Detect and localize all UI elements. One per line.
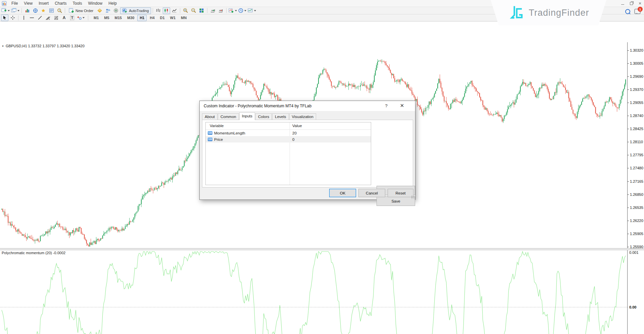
inputs-tab-page: Variable Value 123MomentumLength20123Pri… xyxy=(202,120,413,187)
strategy-tester-icon xyxy=(57,8,62,13)
ok-button[interactable]: OK xyxy=(329,189,356,197)
panel-divider[interactable] xyxy=(0,248,644,250)
timeframe-m15[interactable]: M15 xyxy=(112,15,124,21)
timeframe-h1[interactable]: H1 xyxy=(137,15,147,21)
timeframe-buttons: M1M5M15M30H1H4D1W1MN xyxy=(91,15,189,21)
metaeditor-button[interactable] xyxy=(96,7,103,14)
save-button[interactable]: Save xyxy=(377,197,415,206)
menu-tools[interactable]: Tools xyxy=(70,0,85,7)
timeframe-m5[interactable]: M5 xyxy=(102,15,111,21)
timeframe-h4[interactable]: H4 xyxy=(147,15,157,21)
inputs-table[interactable]: Variable Value 123MomentumLength20123Pri… xyxy=(205,122,371,185)
price-label: 1.29690 xyxy=(630,74,643,78)
tile-windows-button[interactable] xyxy=(198,7,205,14)
price-tick xyxy=(628,181,629,182)
dialog-title-bar[interactable]: Custom Indicator - Polychromatic Momentu… xyxy=(200,101,415,111)
indicators-button[interactable] xyxy=(228,7,237,14)
dialog-close-icon[interactable]: ✕ xyxy=(399,103,405,109)
input-row-price[interactable]: 123Price0 xyxy=(206,136,371,143)
autotrading-label: AutoTrading xyxy=(129,9,149,13)
menu-charts[interactable]: Charts xyxy=(52,0,69,7)
profiles-icon xyxy=(11,8,16,13)
tab-inputs[interactable]: Inputs xyxy=(239,112,255,120)
mql5-web-button[interactable] xyxy=(112,7,119,14)
search-icon[interactable] xyxy=(625,9,630,14)
fibonacci-button[interactable]: F xyxy=(52,14,60,21)
tradingfinder-watermark: TradingFinder xyxy=(491,0,606,25)
svg-text:F: F xyxy=(57,18,58,20)
line-chart-button[interactable] xyxy=(171,7,178,14)
collapse-triangle-icon[interactable]: ▼ xyxy=(2,45,4,47)
new-chart-button[interactable] xyxy=(1,7,10,14)
navigator-button[interactable]: ★ xyxy=(40,7,47,14)
tab-colors[interactable]: Colors xyxy=(255,113,272,120)
variable-name: MomentumLength xyxy=(214,131,245,135)
terminal-button[interactable] xyxy=(48,7,55,14)
strategy-tester-button[interactable] xyxy=(56,7,63,14)
menu-help[interactable]: Help xyxy=(105,0,120,7)
reset-button[interactable]: Reset xyxy=(388,189,413,197)
restore-icon[interactable] xyxy=(629,1,633,5)
market-watch-button[interactable] xyxy=(23,7,31,14)
community-button[interactable] xyxy=(104,7,111,14)
new-order-label: New Order xyxy=(76,9,93,13)
horizontal-line-button[interactable] xyxy=(28,14,36,21)
price-label: 1.27480 xyxy=(630,166,643,170)
momentum-indicator-panel[interactable] xyxy=(0,250,627,334)
tab-levels[interactable]: Levels xyxy=(272,113,289,120)
input-row-momentumlength[interactable]: 123MomentumLength20 xyxy=(206,130,371,136)
autotrading-button[interactable]: AutoTrading xyxy=(120,7,151,14)
menu-window[interactable]: Window xyxy=(85,0,106,7)
cursor-button[interactable] xyxy=(1,14,8,21)
timeframe-m1[interactable]: M1 xyxy=(91,15,101,21)
equidistant-channel-button[interactable]: E xyxy=(44,14,52,21)
menu-insert[interactable]: Insert xyxy=(36,0,52,7)
templates-button[interactable] xyxy=(247,7,256,14)
candlestick-icon xyxy=(164,8,169,13)
toolbar-separator xyxy=(207,8,207,13)
crosshair-button[interactable] xyxy=(9,14,16,21)
price-tick xyxy=(628,116,629,116)
bar-chart-button[interactable] xyxy=(155,7,162,14)
tab-about[interactable]: About xyxy=(202,113,217,120)
chevron-down-icon xyxy=(17,10,19,11)
timeframe-mn[interactable]: MN xyxy=(179,15,189,21)
periods-button[interactable] xyxy=(238,7,247,14)
arrows-button[interactable] xyxy=(77,14,85,21)
timeframe-m30[interactable]: M30 xyxy=(125,15,137,21)
data-window-button[interactable] xyxy=(32,7,39,14)
text-button[interactable]: A xyxy=(60,14,68,21)
variable-value[interactable]: 0 xyxy=(292,137,294,142)
profiles-button[interactable] xyxy=(11,7,20,14)
tab-common[interactable]: Common xyxy=(218,113,239,120)
text-label-button[interactable]: T xyxy=(68,14,76,21)
trendline-button[interactable] xyxy=(36,14,44,21)
menu-file[interactable]: File xyxy=(8,0,21,7)
chat-icon[interactable]: 1 xyxy=(634,9,641,14)
variable-value[interactable]: 20 xyxy=(292,131,297,135)
price-label: 1.26535 xyxy=(630,206,643,210)
help-icon[interactable]: ? xyxy=(384,103,389,108)
chevron-down-icon xyxy=(235,10,237,11)
tab-visualization[interactable]: Visualization xyxy=(289,113,316,120)
vertical-line-button[interactable] xyxy=(20,14,28,21)
cancel-button[interactable]: Cancel xyxy=(358,189,385,197)
minimize-icon[interactable] xyxy=(621,1,625,5)
chart-shift-button[interactable] xyxy=(217,7,225,14)
toolbar-separator xyxy=(88,15,88,20)
timeframe-w1[interactable]: W1 xyxy=(168,15,178,21)
indicator-axis-label: 0.001 xyxy=(629,250,639,255)
auto-scroll-button[interactable] xyxy=(209,7,216,14)
timeframe-d1[interactable]: D1 xyxy=(158,15,167,21)
zoom-in-icon xyxy=(183,8,188,13)
dialog-resize-grip[interactable] xyxy=(411,196,414,199)
zoom-in-button[interactable] xyxy=(182,7,189,14)
close-icon[interactable]: × xyxy=(638,1,642,5)
menu-view[interactable]: View xyxy=(21,0,36,7)
price-tick xyxy=(628,50,629,51)
candlestick-chart-button[interactable] xyxy=(163,7,170,14)
zoom-out-button[interactable] xyxy=(190,7,197,14)
new-order-button[interactable]: New Order xyxy=(67,7,95,14)
price-axis[interactable]: 1.303201.300051.296901.293701.290551.287… xyxy=(627,42,644,334)
text-icon: A xyxy=(63,15,66,20)
